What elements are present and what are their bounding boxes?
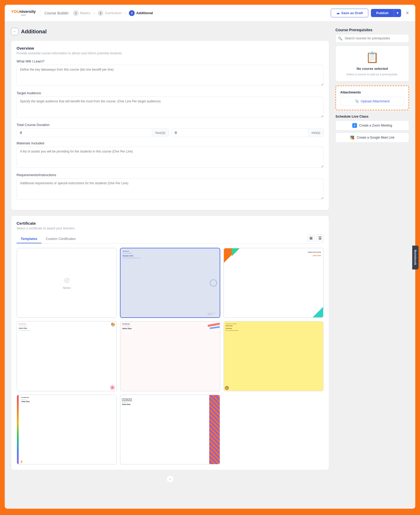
tab-custom[interactable]: Custom Certificates [41, 235, 80, 243]
back-button[interactable]: ← [11, 28, 18, 35]
svg-rect-0 [350, 136, 352, 138]
floral-desc: for completing the course [19, 330, 115, 331]
upload-attachment-button[interactable]: 📎 Upload Attachment [340, 97, 404, 106]
logo-you: YOU [11, 9, 20, 14]
zoom-label: Create a Zoom Meeting [359, 124, 392, 127]
overview-card: Overview Provide essential course inform… [11, 40, 329, 210]
no-course-title: No course selected [356, 67, 388, 71]
brush-awarded: This is awarded to [122, 325, 218, 327]
mins-input[interactable] [172, 129, 308, 137]
step-num-3: 3 [129, 10, 135, 16]
none-label: None [63, 286, 71, 290]
duration-label: Total Course Duration [17, 123, 324, 127]
what-learn-input[interactable] [17, 65, 324, 86]
step-label-3: Additional [136, 11, 153, 15]
floral-name: John Doe [19, 327, 115, 329]
geo-cert-text: CERTIFICATE [308, 251, 321, 253]
template-geometric[interactable]: CERTIFICATE John Doe [223, 248, 324, 318]
mins-unit: min(s) [308, 129, 323, 137]
brush-cert-label: Certificate [122, 323, 218, 325]
rainbow-content: Certificate Awarded to John Doe [21, 397, 115, 402]
step-num-2: 2 [98, 10, 103, 16]
publish-dropdown-arrow[interactable]: ▾ [394, 9, 401, 17]
geo-tri-teal [313, 307, 323, 317]
materials-input[interactable] [17, 147, 324, 168]
arrow-2: → [124, 11, 127, 15]
duration-row: hour(s) min(s) [17, 128, 324, 137]
list-view-button[interactable]: ☰ [316, 234, 324, 242]
notebook-tab[interactable]: Notebook [412, 246, 419, 270]
template-diagonal[interactable]: Certificate Awarded to John Doe [120, 395, 220, 465]
google-meet-button[interactable]: Create a Google Meet Link [335, 133, 409, 143]
duration-group: Total Course Duration hour(s) min(s) [17, 123, 324, 137]
target-audience-group: Target Audience [17, 91, 324, 119]
target-input[interactable] [17, 97, 324, 118]
cert1-desc-text: has successfully completed the course [123, 257, 218, 259]
collapse-button[interactable]: ‹ [166, 475, 174, 483]
schedule-title: Schedule Live Class [335, 114, 409, 118]
arrow-1: → [92, 11, 96, 15]
step-curriculum: 2 Curriculum [98, 10, 122, 16]
tab-templates[interactable]: Templates [17, 235, 41, 243]
right-column: Course Prerequisites 🔍 📋 No course selec… [335, 28, 409, 502]
hours-input[interactable] [17, 129, 152, 137]
step-basics: 1 Basics [73, 10, 90, 16]
template-floral[interactable]: Certificate This is awarded to John Doe … [17, 321, 117, 391]
yellow-seal: ★ [225, 386, 229, 390]
rainbow-bar [17, 395, 19, 464]
course-builder-label: Course Builder [44, 11, 69, 15]
template-rainbow[interactable]: Certificate Awarded to John Doe 🏆 [17, 395, 117, 465]
step-label-1: Basics [80, 11, 90, 15]
zoom-icon: Z [352, 123, 357, 128]
floral-cert-label: Certificate [19, 323, 115, 325]
prerequisites-search[interactable] [335, 34, 409, 43]
attachments-section: Attachments 📎 Upload Attachment [335, 86, 409, 110]
hours-input-wrap: hour(s) [17, 128, 169, 137]
requirements-label: Requirements/Instructions [17, 173, 324, 177]
breadcrumb: 1 Basics → 2 Curriculum → 3 Additional [73, 10, 327, 16]
requirements-group: Requirements/Instructions [17, 173, 324, 201]
certificate-title: Certificate [17, 221, 324, 225]
close-button[interactable]: × [406, 10, 409, 16]
no-course-box: 📋 No course selected Select a course to … [335, 46, 409, 81]
brush-name: John Doe [122, 327, 218, 330]
requirements-input[interactable] [17, 178, 324, 199]
publish-main[interactable]: Publish [371, 9, 394, 17]
attachments-title: Attachments [340, 90, 404, 94]
geo-name-text: John Doe [313, 255, 321, 256]
logo-tagline: —— [11, 14, 36, 17]
publish-button[interactable]: Publish ▾ [371, 9, 401, 17]
step-label-2: Curriculum [105, 11, 122, 15]
svg-rect-1 [352, 136, 354, 138]
header: YOUniversity —— Course Builder 1 Basics … [5, 5, 415, 22]
diag-name: John Doe [122, 403, 218, 405]
template-grid: ⊘ None ✓ Certificate This is to certify … [17, 248, 324, 465]
template-yellow[interactable]: Certificate of Completion John Doe Certi… [223, 321, 324, 391]
tab-view-icons: ⊞ ☰ [307, 234, 324, 243]
cert1-body-text: This is to certify that [123, 253, 218, 254]
template-none[interactable]: ⊘ None [17, 248, 117, 318]
template-blue-classic[interactable]: ✓ Certificate This is to certify that So… [120, 248, 220, 318]
template-brush[interactable]: Certificate This is awarded to John Doe [120, 321, 220, 391]
save-draft-button[interactable]: ☁ Save as Draft [331, 9, 368, 17]
yellow-cert-label: Certificate [225, 328, 322, 329]
yellow-top-text: Certificate of Completion [225, 323, 322, 324]
zoom-meeting-button[interactable]: Z Create a Zoom Meeting [335, 120, 409, 130]
header-actions: ☁ Save as Draft Publish ▾ × [331, 9, 409, 17]
page-title-row: ← Additional [11, 28, 329, 35]
cloud-icon: ☁ [336, 11, 340, 15]
upload-label: Upload Attachment [361, 99, 390, 103]
step-additional: 3 Additional [129, 10, 153, 16]
rainbow-icon: 🏆 [20, 461, 23, 463]
svg-rect-3 [352, 138, 354, 139]
grid-view-button[interactable]: ⊞ [307, 234, 315, 242]
prerequisites-title: Course Prerequisites [335, 28, 409, 32]
left-column: ← Additional Overview Provide essential … [11, 28, 329, 502]
mins-input-wrap: min(s) [171, 128, 324, 137]
prerequisites-section: Course Prerequisites 🔍 📋 No course selec… [335, 28, 409, 81]
certificate-subtitle: Select a certificate to award your learn… [17, 227, 324, 230]
cert1-title-text: Certificate [123, 250, 218, 252]
spacer [335, 43, 409, 46]
none-template-content: ⊘ None [63, 276, 71, 290]
target-label: Target Audience [17, 91, 324, 95]
